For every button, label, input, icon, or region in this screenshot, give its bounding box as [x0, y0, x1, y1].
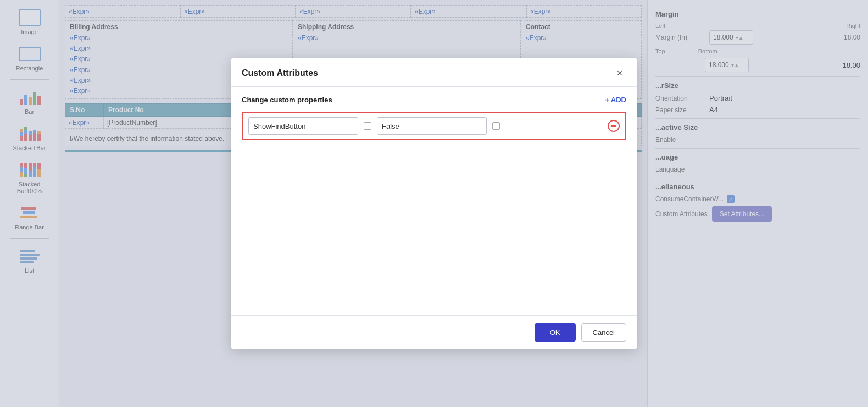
attribute-row [242, 112, 626, 140]
ok-button[interactable]: OK [535, 323, 576, 342]
attribute-value-input[interactable] [377, 117, 487, 135]
modal-body: Change custom properties + ADD [231, 87, 637, 315]
modal-subheader: Change custom properties + ADD [242, 96, 626, 104]
attribute-name-checkbox[interactable] [364, 122, 371, 130]
attribute-value-checkbox[interactable] [492, 122, 500, 130]
cancel-button[interactable]: Cancel [581, 323, 626, 342]
modal-subtitle: Change custom properties [242, 96, 332, 104]
modal-title: Custom Attributes [242, 68, 318, 78]
attribute-delete-button[interactable] [608, 120, 620, 132]
modal-overlay: Custom Attributes × Change custom proper… [0, 0, 868, 407]
attribute-name-input[interactable] [248, 117, 358, 135]
add-attribute-button[interactable]: + ADD [605, 96, 626, 104]
modal-header: Custom Attributes × [231, 58, 637, 87]
modal-close-button[interactable]: × [613, 67, 626, 80]
custom-attributes-modal: Custom Attributes × Change custom proper… [231, 58, 637, 349]
modal-footer: OK Cancel [231, 315, 637, 349]
